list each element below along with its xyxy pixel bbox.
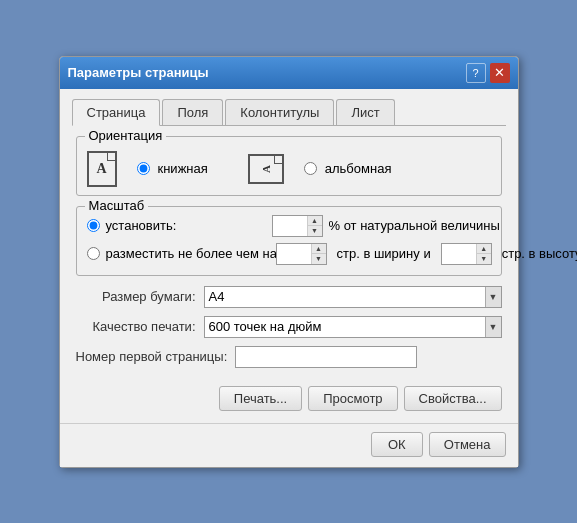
action-buttons: Печать... Просмотр Свойства...: [76, 378, 502, 411]
tab-strip: Страница Поля Колонтитулы Лист: [72, 99, 506, 126]
title-bar: Параметры страницы ? ✕: [60, 57, 518, 89]
fit-height-down-btn[interactable]: ▼: [477, 254, 491, 264]
scale-value-input[interactable]: 100: [273, 216, 307, 236]
print-quality-arrow[interactable]: ▼: [485, 317, 501, 337]
tab-page[interactable]: Страница: [72, 99, 161, 126]
orientation-group: Ориентация A книжная A: [76, 136, 502, 196]
ok-cancel-bar: ОК Отмена: [60, 423, 518, 467]
fit-width-input[interactable]: 1: [277, 244, 311, 264]
print-quality-label: Качество печати:: [76, 319, 196, 334]
portrait-label: книжная: [158, 161, 208, 176]
orientation-options: A книжная A альбомная: [87, 151, 491, 187]
paper-size-value: A4: [209, 289, 225, 304]
fit-height-arrows: ▲ ▼: [476, 244, 491, 264]
print-quality-select[interactable]: 600 точек на дюйм ▼: [204, 316, 502, 338]
scale-arrows: ▲ ▼: [307, 216, 322, 236]
set-scale-row: установить: 100 ▲ ▼ % от натуральной вел…: [87, 215, 491, 237]
tab-sheet[interactable]: Лист: [336, 99, 394, 125]
ok-button[interactable]: ОК: [371, 432, 423, 457]
title-bar-buttons: ? ✕: [466, 63, 510, 83]
scale-spinbox: 100 ▲ ▼: [272, 215, 323, 237]
fit-height-suffix: стр. в высоту: [502, 246, 577, 261]
fit-height-up-btn[interactable]: ▲: [477, 244, 491, 254]
landscape-option[interactable]: альбомная: [304, 161, 392, 176]
first-page-row: Номер первой страницы: Авто: [76, 346, 502, 368]
orientation-label: Ориентация: [85, 128, 167, 143]
print-button[interactable]: Печать...: [219, 386, 302, 411]
paper-size-row: Размер бумаги: A4 ▼: [76, 286, 502, 308]
fit-width-arrows: ▲ ▼: [311, 244, 326, 264]
print-quality-value: 600 точек на дюйм: [209, 319, 322, 334]
landscape-icon: A: [248, 154, 284, 184]
help-button[interactable]: ?: [466, 63, 486, 83]
set-scale-label: установить:: [106, 218, 266, 233]
fit-width-up-btn[interactable]: ▲: [312, 244, 326, 254]
dialog-title: Параметры страницы: [68, 65, 209, 80]
first-page-label: Номер первой страницы:: [76, 349, 228, 364]
page-setup-dialog: Параметры страницы ? ✕ Страница Поля Кол…: [59, 56, 519, 468]
portrait-radio[interactable]: [137, 162, 150, 175]
close-button[interactable]: ✕: [490, 63, 510, 83]
tab-content: Ориентация A книжная A: [72, 136, 506, 411]
properties-button[interactable]: Свойства...: [404, 386, 502, 411]
paper-size-select[interactable]: A4 ▼: [204, 286, 502, 308]
scale-down-btn[interactable]: ▼: [308, 226, 322, 236]
dialog-body: Страница Поля Колонтитулы Лист Ориентаци…: [60, 89, 518, 423]
paper-size-label: Размер бумаги:: [76, 289, 196, 304]
preview-button[interactable]: Просмотр: [308, 386, 397, 411]
cancel-button[interactable]: Отмена: [429, 432, 506, 457]
portrait-icon: A: [87, 151, 117, 187]
tab-header-footer[interactable]: Колонтитулы: [225, 99, 334, 125]
portrait-option[interactable]: книжная: [137, 161, 208, 176]
fit-width-suffix: стр. в ширину и: [337, 246, 431, 261]
first-page-input[interactable]: Авто: [235, 346, 417, 368]
tab-margins[interactable]: Поля: [162, 99, 223, 125]
landscape-radio[interactable]: [304, 162, 317, 175]
fit-height-input[interactable]: 1: [442, 244, 476, 264]
paper-size-arrow[interactable]: ▼: [485, 287, 501, 307]
fit-scale-row: разместить не более чем на: 1 ▲ ▼ стр. в…: [87, 243, 491, 265]
fit-height-spinbox: 1 ▲ ▼: [441, 243, 492, 265]
fit-width-down-btn[interactable]: ▼: [312, 254, 326, 264]
print-quality-row: Качество печати: 600 точек на дюйм ▼: [76, 316, 502, 338]
landscape-label: альбомная: [325, 161, 392, 176]
fit-scale-label: разместить не более чем на:: [106, 246, 266, 261]
scale-label: Масштаб: [85, 198, 149, 213]
scale-group: Масштаб установить: 100 ▲ ▼ % от натурал…: [76, 206, 502, 276]
fit-width-spinbox: 1 ▲ ▼: [276, 243, 327, 265]
fit-scale-radio[interactable]: [87, 247, 100, 260]
scale-up-btn[interactable]: ▲: [308, 216, 322, 226]
scale-suffix: % от натуральной величины: [329, 218, 500, 233]
set-scale-radio[interactable]: [87, 219, 100, 232]
